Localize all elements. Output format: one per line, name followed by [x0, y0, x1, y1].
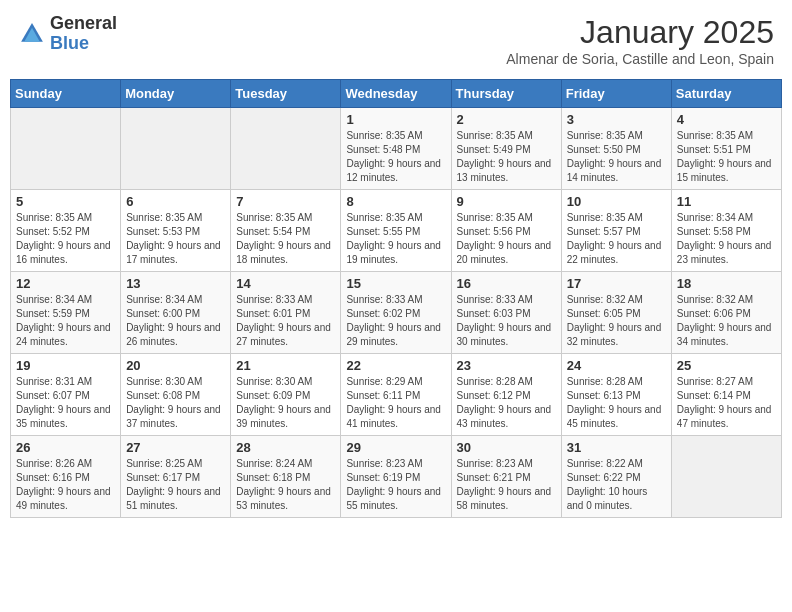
day-info: Sunrise: 8:35 AMSunset: 5:48 PMDaylight:…: [346, 129, 445, 185]
weekday-header-saturday: Saturday: [671, 80, 781, 108]
day-cell: 19Sunrise: 8:31 AMSunset: 6:07 PMDayligh…: [11, 354, 121, 436]
day-cell: 18Sunrise: 8:32 AMSunset: 6:06 PMDayligh…: [671, 272, 781, 354]
day-info: Sunrise: 8:34 AMSunset: 6:00 PMDaylight:…: [126, 293, 225, 349]
day-cell: 2Sunrise: 8:35 AMSunset: 5:49 PMDaylight…: [451, 108, 561, 190]
day-number: 13: [126, 276, 225, 291]
day-info: Sunrise: 8:35 AMSunset: 5:53 PMDaylight:…: [126, 211, 225, 267]
day-info: Sunrise: 8:23 AMSunset: 6:19 PMDaylight:…: [346, 457, 445, 513]
day-number: 7: [236, 194, 335, 209]
day-info: Sunrise: 8:33 AMSunset: 6:01 PMDaylight:…: [236, 293, 335, 349]
day-number: 22: [346, 358, 445, 373]
month-title: January 2025: [506, 14, 774, 51]
logo: General Blue: [18, 14, 117, 54]
day-info: Sunrise: 8:34 AMSunset: 5:58 PMDaylight:…: [677, 211, 776, 267]
day-info: Sunrise: 8:35 AMSunset: 5:51 PMDaylight:…: [677, 129, 776, 185]
day-cell: 9Sunrise: 8:35 AMSunset: 5:56 PMDaylight…: [451, 190, 561, 272]
day-info: Sunrise: 8:23 AMSunset: 6:21 PMDaylight:…: [457, 457, 556, 513]
day-info: Sunrise: 8:29 AMSunset: 6:11 PMDaylight:…: [346, 375, 445, 431]
day-cell: 11Sunrise: 8:34 AMSunset: 5:58 PMDayligh…: [671, 190, 781, 272]
day-info: Sunrise: 8:22 AMSunset: 6:22 PMDaylight:…: [567, 457, 666, 513]
day-info: Sunrise: 8:32 AMSunset: 6:05 PMDaylight:…: [567, 293, 666, 349]
day-cell: 5Sunrise: 8:35 AMSunset: 5:52 PMDaylight…: [11, 190, 121, 272]
page-header: General Blue January 2025 Almenar de Sor…: [10, 10, 782, 71]
weekday-header-wednesday: Wednesday: [341, 80, 451, 108]
weekday-header-monday: Monday: [121, 80, 231, 108]
day-info: Sunrise: 8:35 AMSunset: 5:56 PMDaylight:…: [457, 211, 556, 267]
day-cell: 26Sunrise: 8:26 AMSunset: 6:16 PMDayligh…: [11, 436, 121, 518]
day-number: 30: [457, 440, 556, 455]
day-cell: [231, 108, 341, 190]
day-info: Sunrise: 8:25 AMSunset: 6:17 PMDaylight:…: [126, 457, 225, 513]
day-number: 4: [677, 112, 776, 127]
day-number: 26: [16, 440, 115, 455]
day-number: 29: [346, 440, 445, 455]
week-row-3: 12Sunrise: 8:34 AMSunset: 5:59 PMDayligh…: [11, 272, 782, 354]
day-number: 16: [457, 276, 556, 291]
day-number: 12: [16, 276, 115, 291]
day-number: 15: [346, 276, 445, 291]
day-number: 1: [346, 112, 445, 127]
day-info: Sunrise: 8:35 AMSunset: 5:57 PMDaylight:…: [567, 211, 666, 267]
day-cell: 8Sunrise: 8:35 AMSunset: 5:55 PMDaylight…: [341, 190, 451, 272]
day-cell: [11, 108, 121, 190]
logo-general-text: General: [50, 14, 117, 34]
day-cell: 6Sunrise: 8:35 AMSunset: 5:53 PMDaylight…: [121, 190, 231, 272]
day-number: 23: [457, 358, 556, 373]
weekday-header-thursday: Thursday: [451, 80, 561, 108]
day-number: 17: [567, 276, 666, 291]
logo-blue-text: Blue: [50, 34, 117, 54]
week-row-1: 1Sunrise: 8:35 AMSunset: 5:48 PMDaylight…: [11, 108, 782, 190]
day-number: 18: [677, 276, 776, 291]
day-cell: 12Sunrise: 8:34 AMSunset: 5:59 PMDayligh…: [11, 272, 121, 354]
day-cell: [671, 436, 781, 518]
day-info: Sunrise: 8:24 AMSunset: 6:18 PMDaylight:…: [236, 457, 335, 513]
day-cell: 28Sunrise: 8:24 AMSunset: 6:18 PMDayligh…: [231, 436, 341, 518]
day-cell: 25Sunrise: 8:27 AMSunset: 6:14 PMDayligh…: [671, 354, 781, 436]
day-info: Sunrise: 8:35 AMSunset: 5:50 PMDaylight:…: [567, 129, 666, 185]
day-cell: 1Sunrise: 8:35 AMSunset: 5:48 PMDaylight…: [341, 108, 451, 190]
day-cell: [121, 108, 231, 190]
calendar-table: SundayMondayTuesdayWednesdayThursdayFrid…: [10, 79, 782, 518]
day-number: 3: [567, 112, 666, 127]
day-number: 5: [16, 194, 115, 209]
day-number: 25: [677, 358, 776, 373]
day-cell: 29Sunrise: 8:23 AMSunset: 6:19 PMDayligh…: [341, 436, 451, 518]
day-cell: 3Sunrise: 8:35 AMSunset: 5:50 PMDaylight…: [561, 108, 671, 190]
day-cell: 27Sunrise: 8:25 AMSunset: 6:17 PMDayligh…: [121, 436, 231, 518]
day-number: 10: [567, 194, 666, 209]
day-info: Sunrise: 8:28 AMSunset: 6:13 PMDaylight:…: [567, 375, 666, 431]
day-number: 21: [236, 358, 335, 373]
title-block: January 2025 Almenar de Soria, Castille …: [506, 14, 774, 67]
day-cell: 14Sunrise: 8:33 AMSunset: 6:01 PMDayligh…: [231, 272, 341, 354]
day-cell: 30Sunrise: 8:23 AMSunset: 6:21 PMDayligh…: [451, 436, 561, 518]
day-info: Sunrise: 8:34 AMSunset: 5:59 PMDaylight:…: [16, 293, 115, 349]
week-row-4: 19Sunrise: 8:31 AMSunset: 6:07 PMDayligh…: [11, 354, 782, 436]
day-number: 28: [236, 440, 335, 455]
day-number: 19: [16, 358, 115, 373]
day-number: 6: [126, 194, 225, 209]
weekday-header-row: SundayMondayTuesdayWednesdayThursdayFrid…: [11, 80, 782, 108]
day-info: Sunrise: 8:35 AMSunset: 5:55 PMDaylight:…: [346, 211, 445, 267]
weekday-header-friday: Friday: [561, 80, 671, 108]
week-row-2: 5Sunrise: 8:35 AMSunset: 5:52 PMDaylight…: [11, 190, 782, 272]
day-number: 24: [567, 358, 666, 373]
day-cell: 21Sunrise: 8:30 AMSunset: 6:09 PMDayligh…: [231, 354, 341, 436]
day-cell: 7Sunrise: 8:35 AMSunset: 5:54 PMDaylight…: [231, 190, 341, 272]
weekday-header-tuesday: Tuesday: [231, 80, 341, 108]
day-cell: 20Sunrise: 8:30 AMSunset: 6:08 PMDayligh…: [121, 354, 231, 436]
day-cell: 13Sunrise: 8:34 AMSunset: 6:00 PMDayligh…: [121, 272, 231, 354]
day-info: Sunrise: 8:32 AMSunset: 6:06 PMDaylight:…: [677, 293, 776, 349]
day-info: Sunrise: 8:35 AMSunset: 5:49 PMDaylight:…: [457, 129, 556, 185]
day-number: 11: [677, 194, 776, 209]
day-cell: 15Sunrise: 8:33 AMSunset: 6:02 PMDayligh…: [341, 272, 451, 354]
day-number: 9: [457, 194, 556, 209]
day-info: Sunrise: 8:31 AMSunset: 6:07 PMDaylight:…: [16, 375, 115, 431]
day-number: 31: [567, 440, 666, 455]
day-info: Sunrise: 8:33 AMSunset: 6:02 PMDaylight:…: [346, 293, 445, 349]
day-number: 20: [126, 358, 225, 373]
day-info: Sunrise: 8:35 AMSunset: 5:54 PMDaylight:…: [236, 211, 335, 267]
day-cell: 10Sunrise: 8:35 AMSunset: 5:57 PMDayligh…: [561, 190, 671, 272]
day-cell: 4Sunrise: 8:35 AMSunset: 5:51 PMDaylight…: [671, 108, 781, 190]
day-info: Sunrise: 8:35 AMSunset: 5:52 PMDaylight:…: [16, 211, 115, 267]
day-cell: 24Sunrise: 8:28 AMSunset: 6:13 PMDayligh…: [561, 354, 671, 436]
